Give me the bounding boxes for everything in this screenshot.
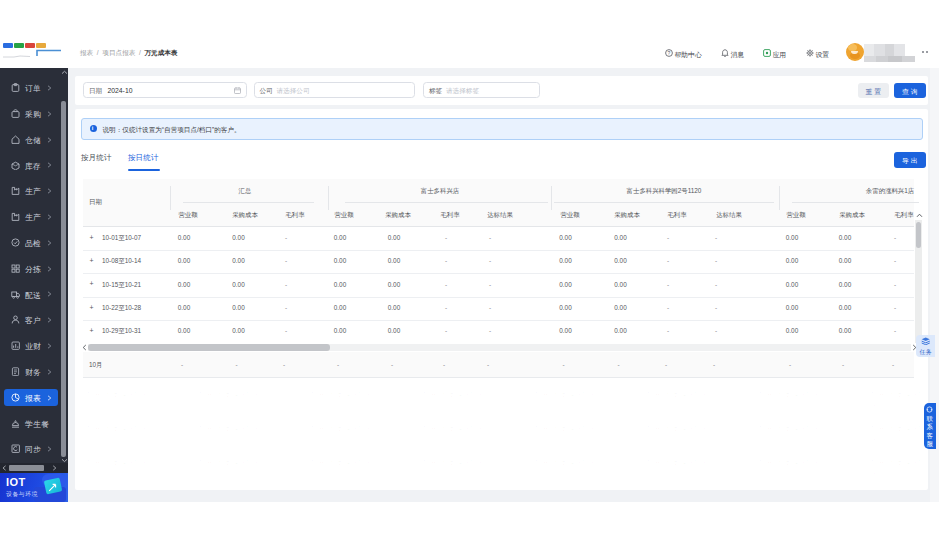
svg-text:?: ? <box>667 50 670 56</box>
